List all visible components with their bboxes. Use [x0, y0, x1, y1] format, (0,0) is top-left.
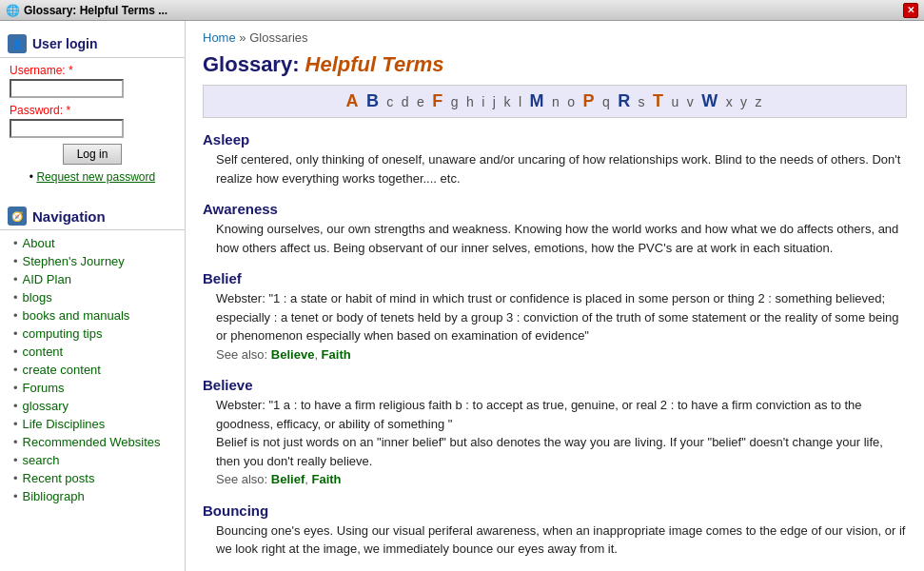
list-item: glossary [0, 397, 185, 415]
alphabet-link[interactable]: R [618, 91, 632, 110]
alphabet-link[interactable]: d [402, 94, 411, 109]
list-item: Life Disciplines [0, 415, 185, 433]
list-item: create content [0, 361, 185, 379]
see-also-link[interactable]: Faith [311, 472, 341, 486]
alphabet-link[interactable]: y [740, 94, 749, 109]
nav-link[interactable]: blogs [23, 290, 52, 305]
glossary-entry: BelieveWebster: "1 a : to have a firm re… [203, 377, 907, 489]
alphabet-link[interactable]: j [493, 94, 498, 109]
alphabet-link[interactable]: c [386, 94, 395, 109]
list-item: AID Plan [0, 270, 185, 288]
see-also-link[interactable]: Believe [271, 347, 315, 362]
alphabet-link[interactable]: i [482, 94, 486, 109]
alphabet-link[interactable]: M [529, 91, 545, 110]
entry-definition: Knowing ourselves, our own strengths and… [203, 220, 907, 257]
alphabet-link[interactable]: n [552, 94, 561, 109]
titlebar-icon: 🌐 [6, 4, 20, 17]
alphabet-link[interactable]: x [726, 94, 735, 109]
glossary-entry: AwarenessKnowing ourselves, our own stre… [203, 201, 907, 257]
login-button[interactable]: Log in [63, 144, 123, 165]
alphabet-link[interactable]: h [466, 94, 476, 109]
close-button[interactable]: ✕ [903, 3, 918, 18]
list-item: computing tips [0, 325, 185, 343]
entry-term: Bouncing [203, 502, 907, 519]
glossary-entry: BeliefWebster: "1 : a state or habit of … [203, 270, 907, 364]
list-item: Stephen's Journey [0, 252, 185, 270]
alphabet-link[interactable]: P [582, 91, 596, 110]
login-form: Username: * Password: * Log in • Request… [0, 58, 185, 189]
nav-icon: 🧭 [8, 207, 27, 226]
entry-definition: Bouncing one's eyes. Using our visual pe… [203, 522, 907, 559]
entry-term: Believe [203, 377, 907, 393]
entry-term: Asleep [203, 131, 907, 148]
glossary-entry: AsleepSelf centered, only thinking of on… [203, 131, 907, 187]
request-password: • Request new password [10, 170, 175, 184]
alphabet-link[interactable]: v [687, 94, 696, 109]
nav-link[interactable]: Life Disciplines [23, 417, 106, 431]
list-item: Recommended Websites [0, 433, 185, 451]
alphabet-link[interactable]: u [671, 94, 680, 109]
alphabet-link[interactable]: k [503, 94, 512, 109]
alphabet-link[interactable]: o [567, 94, 577, 109]
main-content: Home » Glossaries Glossary: Helpful Term… [186, 21, 924, 571]
alphabet-bar: A B c d e F g h i j k l M n o P q R s T … [203, 85, 907, 118]
sidebar: 👤 User login Username: * Password: * Log… [0, 21, 186, 571]
nav-title: 🧭 Navigation [0, 199, 185, 230]
see-also: See also: Belief, Faith [216, 472, 342, 486]
list-item: Bibliograph [0, 487, 185, 505]
titlebar-title: Glossary: Helpful Terms ... [24, 4, 167, 17]
alphabet-link[interactable]: F [432, 91, 444, 110]
user-icon: 👤 [8, 34, 27, 53]
nav-section: 🧭 Navigation AboutStephen's JourneyAID P… [0, 199, 185, 509]
alphabet-link[interactable]: l [519, 94, 523, 109]
see-also-link[interactable]: Faith [322, 347, 351, 362]
nav-link[interactable]: Bibliograph [23, 489, 85, 503]
password-input[interactable] [10, 119, 124, 138]
password-label: Password: * [10, 104, 175, 117]
alphabet-link[interactable]: T [653, 91, 665, 110]
nav-link[interactable]: create content [23, 363, 101, 377]
list-item: search [0, 451, 185, 469]
alphabet-link[interactable]: q [602, 94, 612, 109]
glossary-entries: AsleepSelf centered, only thinking of on… [203, 131, 907, 571]
entry-term: Belief [203, 270, 907, 286]
alphabet-link[interactable]: B [366, 91, 381, 110]
breadcrumb: Home » Glossaries [203, 30, 907, 45]
alphabet-link[interactable]: W [701, 91, 719, 110]
nav-link[interactable]: Recent posts [23, 471, 95, 485]
entry-definition: Self centered, only thinking of oneself,… [203, 150, 907, 187]
alphabet-link[interactable]: A [345, 91, 360, 110]
list-item: content [0, 343, 185, 361]
request-password-link[interactable]: Request new password [36, 170, 155, 184]
username-input[interactable] [10, 79, 124, 98]
list-item: Forums [0, 379, 185, 397]
nav-link[interactable]: content [23, 345, 64, 359]
entry-term: Awareness [203, 201, 907, 217]
login-section: 👤 User login Username: * Password: * Log… [0, 29, 185, 189]
nav-list: AboutStephen's JourneyAID Planblogsbooks… [0, 230, 185, 509]
page-title: Glossary: Helpful Terms [203, 52, 907, 77]
nav-link[interactable]: computing tips [23, 326, 103, 341]
entry-definition: Webster: "1 a : to have a firm religious… [203, 396, 907, 489]
entry-definition: Webster: "1 : a state or habit of mind i… [203, 289, 907, 364]
see-also-link[interactable]: Belief [271, 472, 305, 486]
nav-link[interactable]: glossary [23, 399, 69, 413]
list-item: blogs [0, 288, 185, 306]
alphabet-link[interactable]: e [417, 94, 426, 109]
list-item: books and manuals [0, 306, 185, 325]
nav-link[interactable]: search [23, 453, 60, 467]
alphabet-link[interactable]: s [639, 94, 647, 109]
list-item: About [0, 234, 185, 252]
list-item: Recent posts [0, 469, 185, 487]
nav-link[interactable]: Forums [23, 381, 65, 395]
titlebar: 🌐 Glossary: Helpful Terms ... ✕ [0, 0, 924, 21]
nav-link[interactable]: Stephen's Journey [23, 254, 125, 268]
nav-link[interactable]: Recommended Websites [23, 435, 161, 449]
alphabet-link[interactable]: g [451, 94, 461, 109]
nav-link[interactable]: AID Plan [23, 272, 71, 286]
alphabet-link[interactable]: z [756, 94, 764, 109]
glossary-entry: BouncingBouncing one's eyes. Using our v… [203, 502, 907, 559]
breadcrumb-home[interactable]: Home [203, 30, 236, 45]
nav-link[interactable]: books and manuals [23, 308, 130, 323]
nav-link[interactable]: About [23, 236, 55, 250]
